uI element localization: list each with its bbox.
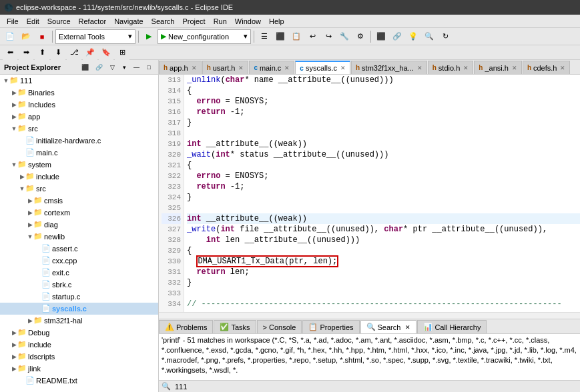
tree-item[interactable]: ▶📁ldscripts [0, 351, 158, 363]
tab-close-button[interactable]: ✕ [512, 65, 517, 71]
external-tools-dropdown[interactable]: External Tools ▾ [55, 29, 135, 44]
btn7[interactable]: ⚙ [353, 29, 368, 44]
tb2-btn7[interactable]: 🔖 [99, 45, 113, 60]
tree-item[interactable]: 📄startup.c [0, 291, 158, 303]
code-line: { [187, 160, 580, 171]
view-menu-button[interactable]: ▾ [119, 62, 129, 73]
tree-item[interactable]: 📄sbrk.c [0, 279, 158, 291]
bottom-tab-search[interactable]: 🔍Search ✕ [360, 320, 417, 333]
tree-item[interactable]: ▶📁Includes [0, 99, 158, 111]
tree-item[interactable]: 📄README.txt [0, 375, 158, 387]
minimize-button[interactable]: — [131, 62, 142, 73]
btn8[interactable]: ⬛ [374, 29, 388, 44]
tree-item[interactable]: ▼📁src [0, 123, 158, 135]
tree-item[interactable]: ▼📁111 [0, 75, 158, 87]
btn6[interactable]: 🔧 [337, 29, 352, 44]
editor-tab[interactable]: husart.h✕ [202, 61, 249, 74]
maximize-button[interactable]: □ [143, 62, 154, 73]
bottom-tab-call-hierarchy[interactable]: 📊Call Hierarchy [417, 320, 487, 333]
menu-search[interactable]: Search [148, 15, 179, 28]
tree-item[interactable]: ▶📁Debug [0, 327, 158, 339]
code-editor[interactable]: 3133143153163173183193203213223233243253… [159, 75, 580, 312]
tab-close-button[interactable]: ✕ [560, 65, 565, 71]
tree-item[interactable]: 📄syscalls.c [0, 303, 158, 315]
tb2-btn3[interactable]: ⬆ [35, 45, 49, 60]
tb2-btn6[interactable]: 📌 [83, 45, 97, 60]
open-button[interactable]: 📂 [19, 29, 33, 44]
bottom-tab-properties[interactable]: 📋Properties [302, 320, 359, 333]
menu-navigate[interactable]: Navigate [110, 15, 147, 28]
tb2-btn1[interactable]: ⬅ [3, 45, 17, 60]
eclipse-icon: 🌑 [4, 3, 13, 12]
tab-close-button[interactable]: ✕ [192, 65, 197, 71]
tab-close-button[interactable]: ✕ [238, 65, 244, 71]
editor-tab[interactable]: hcdefs.h✕ [523, 61, 571, 74]
bottom-tab-tasks[interactable]: ✅Tasks [214, 320, 256, 333]
code-line [187, 203, 580, 213]
bottom-panel-close[interactable]: ✕ [405, 324, 410, 331]
menu-run[interactable]: Run [210, 15, 231, 28]
collapse-all-button[interactable]: ⬛ [79, 62, 91, 73]
btn11[interactable]: 🔍 [422, 29, 437, 44]
btn5[interactable]: ↪ [321, 29, 336, 44]
config-dropdown[interactable]: ▶ New_configuration ▾ [158, 29, 251, 44]
tab-close-button[interactable]: ✕ [340, 65, 346, 71]
tab-close-button[interactable]: ✕ [463, 65, 469, 71]
editor-tab[interactable]: hstdio.h✕ [428, 61, 474, 74]
tree-item[interactable]: ▶📁Binaries [0, 87, 158, 99]
tree-item[interactable]: ▶📁include [0, 171, 158, 183]
btn2[interactable]: ⬛ [273, 29, 288, 44]
tree-item[interactable]: ▶📁diag [0, 219, 158, 231]
tree-item[interactable]: ▶📁cmsis [0, 195, 158, 207]
code-content[interactable]: _unlink(char* name __attribute__((unused… [184, 75, 580, 312]
btn9[interactable]: 🔗 [390, 29, 404, 44]
bottom-tab-console[interactable]: >Console [257, 320, 302, 333]
bottom-tab-problems[interactable]: ⚠️Problems [159, 320, 213, 333]
link-editor-button[interactable]: 🔗 [93, 62, 105, 73]
tab-close-button[interactable]: ✕ [284, 65, 290, 71]
btn3[interactable]: 📋 [289, 29, 304, 44]
editor-tab[interactable]: h_ansi.h✕ [474, 61, 522, 74]
tree-item[interactable]: 📄initialize-hardware.c [0, 135, 158, 147]
filter-button[interactable]: ▽ [107, 62, 117, 73]
editor-tab[interactable]: csyscalls.c✕ [295, 61, 350, 74]
menu-refactor[interactable]: Refactor [75, 15, 111, 28]
tb2-btn8[interactable]: ⊞ [115, 45, 129, 60]
tree-item[interactable]: 📄assert.c [0, 243, 158, 255]
menu-edit[interactable]: Edit [23, 15, 43, 28]
tree-item[interactable]: ▼📁newlib [0, 231, 158, 243]
menu-source[interactable]: Source [43, 15, 75, 28]
btn4[interactable]: ↩ [305, 29, 320, 44]
tree-item[interactable]: ▼📁src [0, 183, 158, 195]
menu-help[interactable]: Help [265, 15, 288, 28]
sep3 [254, 31, 254, 43]
tree-item[interactable]: ▶📁include [0, 339, 158, 351]
tree-item[interactable]: ▶📁cortexm [0, 207, 158, 219]
editor-tab[interactable]: cmain.c✕ [249, 61, 294, 74]
tree-item[interactable]: 📄main.c [0, 147, 158, 159]
tree-item[interactable]: ▼📁system [0, 159, 158, 171]
btn1[interactable]: ☰ [257, 29, 272, 44]
tb2-btn5[interactable]: ⎇ [67, 45, 81, 60]
tree-item[interactable]: 📄cxx.cpp [0, 255, 158, 267]
horizontal-scrollbar[interactable] [159, 312, 580, 319]
btn10[interactable]: 💡 [406, 29, 420, 44]
tree-item[interactable]: 📄exit.c [0, 267, 158, 279]
tab-close-button[interactable]: ✕ [417, 65, 422, 71]
tree-node-icon: 📁 [33, 316, 43, 325]
menu-project[interactable]: Project [178, 15, 209, 28]
tree-item[interactable]: ▶📁app [0, 111, 158, 123]
editor-tab[interactable]: happ.h✕ [159, 61, 202, 74]
new-button[interactable]: 📄 [3, 29, 17, 44]
tree-item[interactable]: ▶📁jlink [0, 363, 158, 375]
stop-button[interactable]: ■ [35, 29, 49, 44]
btn12[interactable]: ↻ [438, 29, 453, 44]
tb2-btn2[interactable]: ➡ [19, 45, 33, 60]
editor-tab[interactable]: hstm32f1xx_ha...✕ [351, 61, 427, 74]
bottom-content[interactable]: 'printf' - 51 matches in workspace (*.C,… [159, 334, 580, 380]
menu-window[interactable]: Window [231, 15, 265, 28]
menu-file[interactable]: File [3, 15, 23, 28]
tree-item[interactable]: ▶📁stm32f1-hal [0, 315, 158, 327]
tb2-btn4[interactable]: ⬇ [51, 45, 65, 60]
run-button[interactable]: ▶ [141, 29, 156, 44]
